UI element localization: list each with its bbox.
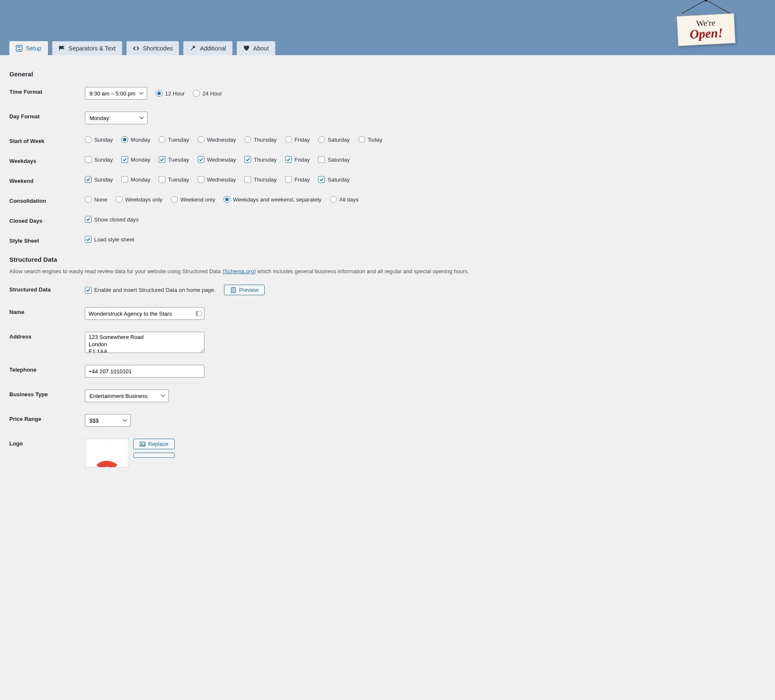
label-closed-days: Closed Days	[9, 216, 85, 224]
radio-start-week-today[interactable]: Today	[358, 136, 383, 143]
heading-structured: Structured Data	[9, 256, 766, 263]
label-logo: Logo	[9, 439, 85, 447]
telephone-input[interactable]	[85, 365, 204, 378]
radio-start-week-saturday[interactable]: Saturday	[318, 136, 350, 143]
checkbox-weekend-friday[interactable]: Friday	[285, 176, 310, 183]
radio-12-hour[interactable]: 12 Hour	[156, 90, 185, 97]
price-range-select[interactable]: $$$	[85, 414, 131, 427]
checkbox-weekdays-friday[interactable]: Friday	[285, 156, 310, 163]
replace-button[interactable]: Replace	[133, 439, 175, 449]
preview-button[interactable]: Preview	[224, 285, 265, 295]
radio-consolidation-weekdays-and-weekend-separately[interactable]: Weekdays and weekend, separately	[224, 196, 322, 203]
radio-label: Sunday	[94, 137, 113, 143]
label-telephone: Telephone	[9, 365, 85, 373]
checkbox-closed-days[interactable]: Show closed days	[85, 216, 139, 223]
business-type-select[interactable]: Entertainment Business	[85, 389, 169, 402]
address-textarea[interactable]: 123 Somewhere Road London E1 1AA	[85, 332, 204, 353]
tab-shortcodes[interactable]: Shortcodes	[126, 41, 179, 55]
checkbox-label: Show closed days	[94, 216, 139, 223]
image-icon	[140, 441, 145, 447]
radio-label: Wednesday	[207, 137, 236, 143]
name-input[interactable]	[85, 307, 204, 320]
day-format-select[interactable]: Monday:	[85, 112, 148, 124]
label-style-sheet: Style Sheet	[9, 236, 85, 244]
tab-label: Setup	[26, 45, 42, 52]
checkbox-weekend-sunday[interactable]: Sunday	[85, 176, 113, 183]
checkbox-label: Tuesday	[168, 157, 189, 163]
checkbox-label: Thursday	[254, 176, 277, 183]
checkbox-weekend-monday[interactable]: Monday	[121, 176, 150, 183]
checkbox-weekend-saturday[interactable]: Saturday	[318, 176, 350, 183]
svg-line-1	[706, 0, 730, 14]
radio-consolidation-weekend-only[interactable]: Weekend only	[171, 196, 215, 203]
tab-label: Shortcodes	[143, 45, 173, 52]
radio-start-week-tuesday[interactable]: Tuesday	[159, 136, 189, 143]
tab-setup[interactable]: Setup	[9, 41, 48, 55]
label-name: Name	[9, 307, 85, 315]
svg-point-2	[705, 0, 707, 2]
checkbox-label: Friday	[294, 176, 310, 183]
radio-label: Saturday	[327, 137, 350, 143]
checkbox-style-sheet[interactable]: Load style sheet	[85, 236, 134, 243]
code-icon	[133, 45, 140, 52]
tab-about[interactable]: About	[237, 41, 275, 55]
checkbox-weekdays-sunday[interactable]: Sunday	[85, 156, 113, 163]
radio-24-hour[interactable]: 24 Hour	[193, 90, 222, 97]
label-address: Address	[9, 332, 85, 340]
button-label: Replace	[148, 441, 168, 447]
checkbox-weekdays-saturday[interactable]: Saturday	[318, 156, 350, 163]
tab-separators[interactable]: Separators & Text	[52, 41, 122, 55]
checkbox-weekdays-tuesday[interactable]: Tuesday	[159, 156, 189, 163]
svg-line-0	[682, 0, 706, 14]
schema-link[interactable]: Schema.org	[224, 268, 254, 274]
tabs: Setup Separators & Text Shortcodes Addit…	[9, 41, 275, 55]
document-icon	[230, 287, 236, 293]
checkbox-label: Sunday	[94, 157, 113, 163]
sign-strings	[677, 0, 735, 14]
radio-consolidation-weekdays-only[interactable]: Weekdays only	[116, 196, 162, 203]
radio-consolidation-all-days[interactable]: All days	[330, 196, 359, 203]
checkbox-weekdays-monday[interactable]: Monday	[121, 156, 150, 163]
tab-label: About	[253, 45, 269, 52]
radio-start-week-monday[interactable]: Monday	[121, 136, 150, 143]
tab-label: Additional	[200, 45, 226, 52]
radio-start-week-friday[interactable]: Friday	[285, 136, 310, 143]
radio-start-week-sunday[interactable]: Sunday	[85, 136, 113, 143]
radio-label: Tuesday	[168, 137, 189, 143]
time-format-select[interactable]: 9:30 am – 5:00 pm	[85, 87, 147, 100]
radio-label: None	[94, 196, 107, 203]
wrench-icon	[190, 45, 196, 52]
heart-icon	[243, 45, 250, 52]
checkbox-weekend-tuesday[interactable]: Tuesday	[159, 176, 189, 183]
label-start-week: Start of Week	[9, 136, 85, 144]
radio-label: Weekend only	[180, 196, 215, 203]
svg-point-6	[18, 47, 19, 48]
svg-rect-3	[16, 45, 22, 51]
checkbox-label: Saturday	[327, 157, 350, 163]
radio-label: 12 Hour	[165, 90, 185, 97]
radio-start-week-wednesday[interactable]: Wednesday	[198, 136, 236, 143]
checkbox-label: Monday	[131, 176, 150, 183]
logo-preview[interactable]	[85, 439, 129, 468]
checkbox-weekend-wednesday[interactable]: Wednesday	[198, 176, 236, 183]
logo-second-button[interactable]	[133, 453, 175, 458]
checkbox-weekdays-wednesday[interactable]: Wednesday	[198, 156, 236, 163]
checkbox-structured-data[interactable]: Enable and insert Structured Data on hom…	[85, 287, 215, 294]
checkbox-label: Wednesday	[207, 157, 236, 163]
radio-label: Today	[368, 137, 383, 143]
tab-additional[interactable]: Additional	[183, 41, 232, 55]
radio-label: Monday	[131, 137, 150, 143]
checkbox-label: Tuesday	[168, 176, 189, 183]
label-consolidation: Consolidation	[9, 196, 85, 204]
radio-start-week-thursday[interactable]: Thursday	[244, 136, 277, 143]
open-sign: We're Open!	[677, 0, 735, 45]
checkbox-weekdays-thursday[interactable]: Thursday	[244, 156, 277, 163]
logo-image	[92, 446, 122, 467]
radio-consolidation-none[interactable]: None	[85, 196, 107, 203]
checkbox-label: Saturday	[327, 176, 350, 183]
checkbox-label: Thursday	[254, 157, 277, 163]
radio-label: Weekdays and weekend, separately	[233, 196, 322, 203]
button-label: Preview	[239, 287, 258, 293]
checkbox-weekend-thursday[interactable]: Thursday	[244, 176, 277, 183]
heading-general: General	[9, 70, 766, 78]
